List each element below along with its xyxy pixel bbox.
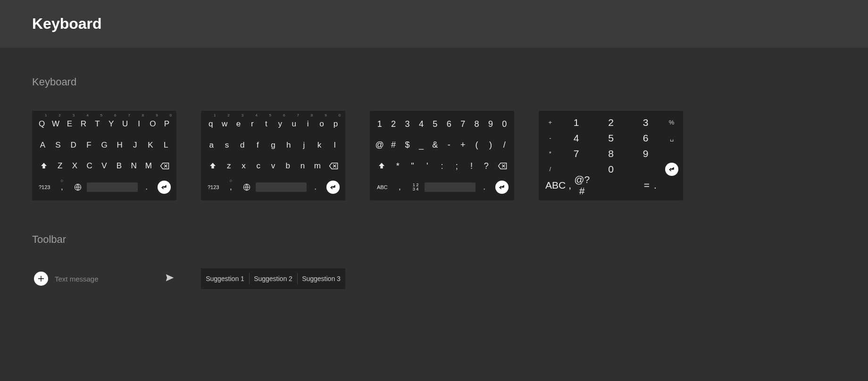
spacebar[interactable] — [87, 182, 138, 192]
letter-key[interactable]: c — [251, 161, 266, 171]
letter-key[interactable]: 4 — [414, 115, 428, 133]
letter-key[interactable]: D — [66, 136, 81, 155]
letter-key[interactable]: j — [296, 136, 312, 155]
shift-key[interactable] — [373, 157, 391, 175]
mode-switch-key[interactable]: ABC — [545, 174, 566, 197]
letter-key[interactable]: + — [456, 136, 469, 155]
letter-key[interactable]: T5 — [91, 115, 104, 133]
letter-key[interactable]: p0 — [329, 115, 342, 133]
letter-key[interactable]: d — [234, 136, 250, 155]
letter-key[interactable]: e3 — [232, 115, 245, 133]
enter-key[interactable] — [155, 178, 174, 197]
backspace-key[interactable] — [325, 157, 342, 175]
letter-key[interactable]: 2 — [386, 115, 400, 133]
letter-key[interactable]: M — [141, 161, 156, 171]
num-key[interactable]: 2 — [593, 115, 628, 130]
letter-key[interactable]: i8 — [301, 115, 315, 133]
letter-key[interactable]: x — [236, 161, 251, 171]
numpad-switch-key[interactable]: 1 2 3 4 — [408, 178, 424, 197]
letter-key[interactable]: v — [266, 161, 280, 171]
letter-key[interactable]: ! — [464, 161, 479, 171]
letter-key[interactable]: ) — [484, 136, 497, 155]
letter-key[interactable]: # — [386, 136, 400, 155]
letter-key[interactable]: q1 — [204, 115, 217, 133]
letter-key[interactable]: P0 — [160, 115, 174, 133]
letter-key[interactable]: b — [281, 161, 295, 171]
letter-key[interactable]: W2 — [49, 115, 62, 133]
letter-key[interactable]: H — [112, 136, 127, 155]
shift-key[interactable] — [35, 157, 53, 175]
letter-key[interactable]: $ — [401, 136, 414, 155]
symbol-switch-key[interactable]: @?# — [574, 174, 590, 197]
plus-key[interactable]: + — [542, 115, 559, 130]
letter-key[interactable]: 7 — [456, 115, 469, 133]
num-key[interactable]: 7 — [559, 146, 594, 161]
letter-key[interactable]: _ — [414, 136, 428, 155]
letter-key[interactable]: : — [434, 161, 449, 171]
letter-key[interactable]: Z — [53, 161, 67, 171]
comma-key[interactable]: , — [566, 174, 574, 197]
letter-key[interactable]: z — [222, 161, 236, 171]
letter-key[interactable]: F — [81, 136, 97, 155]
text-input[interactable]: Text message — [55, 275, 159, 283]
suggestion-item[interactable]: Suggestion 1 — [201, 268, 249, 289]
letter-key[interactable]: 9 — [484, 115, 497, 133]
mode-switch-key[interactable]: ?123 — [204, 178, 223, 197]
enter-key[interactable] — [663, 161, 680, 177]
letter-key[interactable]: R4 — [76, 115, 90, 133]
letter-key[interactable]: A — [35, 136, 50, 155]
multiply-key[interactable]: * — [542, 146, 559, 161]
suggestion-item[interactable]: Suggestion 3 — [297, 268, 345, 289]
comma-key[interactable]: , — [392, 178, 408, 197]
language-key[interactable] — [239, 178, 255, 197]
num-key[interactable]: 0 — [593, 161, 628, 177]
letter-key[interactable]: V — [97, 161, 111, 171]
letter-key[interactable]: @ — [373, 136, 386, 155]
letter-key[interactable]: K — [143, 136, 159, 155]
letter-key[interactable]: / — [498, 136, 511, 155]
period-key[interactable]: . — [308, 178, 324, 197]
num-key[interactable]: 9 — [628, 146, 663, 161]
letter-key[interactable]: B — [112, 161, 126, 171]
equals-key[interactable]: = — [643, 174, 651, 197]
letter-key[interactable]: G — [97, 136, 112, 155]
letter-key[interactable]: Q1 — [35, 115, 49, 133]
num-key[interactable]: 6 — [628, 130, 663, 146]
num-key[interactable]: 5 — [593, 130, 628, 146]
letter-key[interactable]: a — [204, 136, 219, 155]
letter-key[interactable]: 5 — [428, 115, 442, 133]
letter-key[interactable]: w2 — [217, 115, 231, 133]
letter-key[interactable]: & — [428, 136, 442, 155]
letter-key[interactable]: h — [281, 136, 296, 155]
letter-key[interactable]: 6 — [442, 115, 456, 133]
minus-key[interactable]: - — [542, 130, 559, 146]
period-key[interactable]: . — [651, 174, 659, 197]
add-button[interactable] — [34, 272, 48, 286]
enter-key[interactable] — [324, 178, 342, 197]
letter-key[interactable]: C — [82, 161, 97, 171]
letter-key[interactable]: ( — [470, 136, 484, 155]
letter-key[interactable]: n — [295, 161, 310, 171]
num-key[interactable]: 8 — [593, 146, 628, 161]
period-key[interactable]: . — [476, 178, 492, 197]
letter-key[interactable]: g — [266, 136, 281, 155]
letter-key[interactable]: u7 — [287, 115, 300, 133]
letter-key[interactable]: y6 — [273, 115, 287, 133]
letter-key[interactable]: m — [310, 161, 325, 171]
letter-key[interactable]: 0 — [498, 115, 511, 133]
letter-key[interactable]: E3 — [63, 115, 76, 133]
shift-key[interactable] — [204, 157, 222, 175]
num-key[interactable]: 3 — [628, 115, 663, 130]
letter-key[interactable]: o9 — [315, 115, 328, 133]
letter-key[interactable]: * — [391, 161, 405, 171]
letter-key[interactable]: ' — [420, 161, 434, 171]
letter-key[interactable]: X — [67, 161, 82, 171]
period-key[interactable]: . — [139, 178, 155, 197]
letter-key[interactable]: 1 — [373, 115, 386, 133]
backspace-key[interactable] — [493, 157, 511, 175]
letter-key[interactable]: s — [219, 136, 235, 155]
num-key[interactable]: 4 — [559, 130, 594, 146]
percent-key[interactable]: % — [663, 115, 680, 130]
send-button[interactable] — [165, 273, 175, 284]
letter-key[interactable]: r4 — [245, 115, 259, 133]
